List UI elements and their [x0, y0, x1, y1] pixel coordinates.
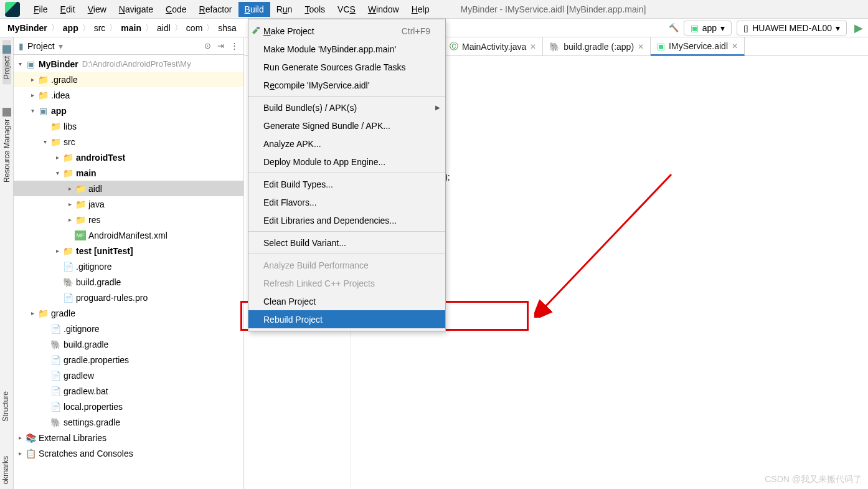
tree-item[interactable]: settings.gradle — [64, 417, 120, 427]
menu-gen-signed[interactable]: Generate Signed Bundle / APK... — [248, 116, 445, 135]
menu-analyze-perf: Analyze Build Performance — [248, 256, 445, 274]
build-dropdown-menu: Make ProjectCtrl+F9 Make Module 'MyBinde… — [248, 19, 446, 331]
class-icon: Ⓒ — [450, 41, 458, 52]
menu-select-variant[interactable]: Select Build Variant... — [248, 234, 445, 252]
submenu-arrow-icon: ▶ — [435, 104, 440, 111]
tool-tab-structure[interactable]: Structure — [0, 386, 11, 427]
tool-tab-project[interactable]: Project — [2, 40, 11, 84]
menu-recompile[interactable]: Recompile 'IMyService.aidl' — [248, 76, 445, 94]
menu-rebuild-project[interactable]: Rebuild Project — [248, 310, 445, 328]
menu-refactor[interactable]: Refactor — [193, 2, 238, 17]
menu-navigate[interactable]: Navigate — [113, 2, 159, 17]
tree-item[interactable]: External Libraries — [39, 433, 106, 443]
menu-make-project[interactable]: Make ProjectCtrl+F9 — [248, 22, 445, 40]
tree-item[interactable]: proguard-rules.pro — [76, 293, 148, 303]
menu-vcs[interactable]: VCS — [331, 2, 362, 17]
editor-tab-active[interactable]: ▣IMyService.aidl✕ — [651, 37, 745, 56]
device-label: HUAWEI MED-AL00 — [752, 23, 832, 33]
tree-item[interactable]: gradlew.bat — [64, 386, 108, 396]
menu-file[interactable]: File — [27, 2, 54, 17]
tree-item[interactable]: gradle — [51, 308, 75, 318]
tree-item[interactable]: gradle.properties — [64, 355, 129, 365]
tree-item[interactable]: build.gradle — [64, 339, 108, 349]
tree-item[interactable]: .gradle — [51, 75, 78, 85]
tree-item[interactable]: libs — [64, 121, 77, 131]
close-icon[interactable]: ✕ — [638, 42, 644, 51]
phone-icon: ▯ — [743, 23, 748, 33]
tree-item[interactable]: Scratches and Consoles — [39, 449, 133, 458]
tree-item[interactable]: app — [51, 106, 67, 116]
run-button[interactable]: ▶ — [852, 21, 863, 35]
tree-item[interactable]: main — [76, 168, 97, 178]
android-icon: ▣ — [691, 23, 699, 33]
breadcrumb-item[interactable]: com — [184, 23, 205, 33]
tool-tab-bookmarks[interactable]: okmarks — [0, 451, 11, 489]
run-config-dropdown[interactable]: ▣ app ▾ — [684, 21, 732, 36]
tool-tab-resource-manager[interactable]: Resource Manager — [2, 103, 11, 188]
select-opened-icon[interactable]: ⊙ — [204, 41, 211, 50]
tree-item[interactable]: .gitignore — [64, 324, 100, 334]
breadcrumb-item[interactable]: aidl — [154, 23, 173, 33]
menu-deploy[interactable]: Deploy Module to App Engine... — [248, 153, 445, 171]
menu-build-bundles[interactable]: Build Bundle(s) / APK(s)▶ — [248, 98, 445, 116]
tree-item[interactable]: gradlew — [64, 371, 94, 381]
tree-item[interactable]: res — [88, 215, 100, 225]
breadcrumb-item[interactable]: shsa — [215, 23, 239, 33]
editor-tab[interactable]: 🐘build.gradle (:app)✕ — [543, 37, 651, 55]
device-dropdown[interactable]: ▯ HUAWEI MED-AL00 ▾ — [737, 21, 847, 36]
tree-item[interactable]: .gitignore — [76, 262, 112, 272]
collapse-icon[interactable]: ⋮ — [230, 41, 238, 50]
tree-item[interactable]: AndroidManifest.xml — [88, 230, 167, 240]
svg-rect-0 — [257, 27, 260, 29]
menu-help[interactable]: Help — [405, 2, 436, 17]
menu-code[interactable]: Code — [159, 2, 192, 17]
menu-edit[interactable]: Edit — [54, 2, 82, 17]
menu-run-generate[interactable]: Run Generate Sources Gradle Tasks — [248, 58, 445, 76]
close-icon[interactable]: ✕ — [530, 42, 536, 51]
project-tree[interactable]: ▾▣MyBinderD:\Android\AndroidProTest\My ▸… — [14, 55, 243, 489]
run-config-label: app — [702, 23, 717, 33]
gradle-icon: 🐘 — [549, 42, 560, 52]
window-title: MyBinder - IMyService.aidl [MyBinder.app… — [461, 4, 646, 14]
menu-edit-flavors[interactable]: Edit Flavors... — [248, 193, 445, 211]
menu-edit-libs[interactable]: Edit Libraries and Dependencies... — [248, 211, 445, 229]
chevron-down-icon: ▾ — [836, 23, 840, 33]
menu-bar: File Edit View Navigate Code Refactor Bu… — [0, 0, 868, 19]
editor-tab[interactable]: ⒸMainActivity.java✕ — [443, 37, 543, 55]
panel-title[interactable]: Project — [27, 41, 55, 51]
breadcrumb-item[interactable]: app — [60, 23, 81, 33]
chevron-down-icon[interactable]: ▾ — [59, 41, 63, 51]
expand-icon[interactable]: ⇥ — [217, 41, 224, 50]
menu-view[interactable]: View — [82, 2, 113, 17]
tree-item[interactable]: test — [76, 246, 92, 256]
tree-item[interactable]: build.gradle — [76, 277, 121, 287]
tree-item[interactable]: local.properties — [64, 402, 123, 412]
menu-run[interactable]: Run — [270, 2, 299, 17]
tree-item[interactable]: .idea — [51, 90, 70, 100]
app-logo-icon — [5, 2, 20, 17]
menu-tools[interactable]: Tools — [298, 2, 331, 17]
project-view-icon: ▮ — [19, 41, 24, 51]
tree-item[interactable]: java — [88, 199, 105, 209]
breadcrumb-item[interactable]: src — [92, 23, 108, 33]
menu-edit-build-types[interactable]: Edit Build Types... — [248, 175, 445, 193]
menu-build[interactable]: Build — [238, 2, 270, 17]
breadcrumb-item[interactable]: MyBinder — [5, 23, 50, 33]
menu-analyze-apk[interactable]: Analyze APK... — [248, 135, 445, 153]
aidl-icon: ▣ — [657, 41, 665, 51]
menu-make-module[interactable]: Make Module 'MyBinder.app.main' — [248, 40, 445, 58]
close-icon[interactable]: ✕ — [732, 42, 738, 50]
tree-item[interactable]: src — [64, 137, 75, 147]
menu-window[interactable]: Window — [362, 2, 405, 17]
hammer-icon — [251, 26, 261, 36]
breadcrumb-item[interactable]: main — [118, 23, 144, 33]
tree-item[interactable]: androidTest — [76, 153, 125, 163]
chevron-down-icon: ▾ — [720, 23, 725, 33]
tree-item-aidl[interactable]: aidl — [88, 184, 102, 194]
watermark: CSDN @我又来搬代码了 — [765, 474, 862, 485]
hammer-icon[interactable]: 🔨 — [669, 23, 679, 32]
menu-clean-project[interactable]: Clean Project — [248, 292, 445, 310]
menu-refresh-cpp: Refresh Linked C++ Projects — [248, 274, 445, 292]
project-panel: ▮ Project ▾ ⊙ ⇥ ⋮ ▾▣MyBinderD:\Android\A… — [14, 37, 244, 489]
tree-root[interactable]: MyBinder — [39, 59, 78, 69]
